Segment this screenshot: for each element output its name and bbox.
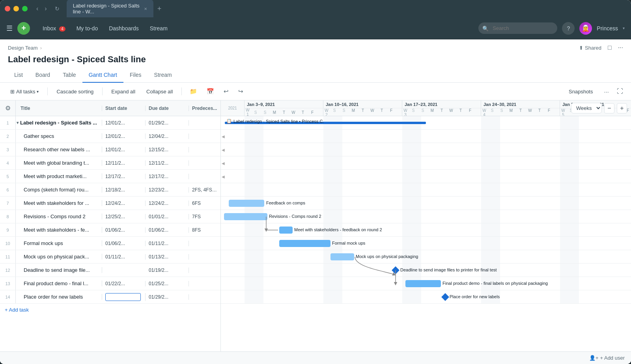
task-due[interactable]: 01/06/2... [146, 227, 189, 233]
zoom-out-button[interactable]: − [604, 103, 614, 113]
task-title[interactable]: Mock ups on physical pack... [16, 254, 102, 260]
gantt-bar[interactable] [279, 240, 330, 247]
gantt-bar[interactable] [224, 213, 267, 220]
shared-button[interactable]: ⬆ Shared [579, 45, 601, 51]
gantt-bar[interactable] [279, 227, 293, 234]
weeks-select[interactable]: Weeks [571, 103, 602, 113]
gantt-bar[interactable] [330, 253, 354, 260]
tab-stream[interactable]: Stream [148, 68, 178, 83]
undo-button[interactable]: ↩ [220, 86, 232, 97]
task-title[interactable]: Formal mock ups [16, 240, 102, 246]
add-task-button[interactable]: + Add task [5, 307, 29, 313]
fullscreen-button[interactable]: ⛶ [615, 86, 625, 97]
cascade-sorting-button[interactable]: Cascade sorting [52, 87, 97, 97]
hamburger-button[interactable]: ☰ [6, 24, 13, 33]
task-start[interactable]: 12/18/2... [102, 187, 146, 193]
task-title[interactable]: Research other new labels ... [16, 147, 102, 152]
day-label: S [497, 108, 506, 116]
back-button[interactable]: ‹ [34, 4, 41, 14]
task-title[interactable]: Meet with stakeholders - fe... [16, 227, 102, 233]
day-label: M [428, 108, 437, 116]
browser-tab-close[interactable]: ✕ [144, 7, 147, 11]
task-start[interactable] [102, 293, 146, 301]
task-start[interactable]: 12/24/2... [102, 201, 146, 206]
task-start[interactable]: 01/22/2... [102, 281, 146, 286]
row-number: 5 [0, 170, 16, 183]
inbox-badge: 4 [59, 26, 65, 32]
expand-icon[interactable]: ▾ [17, 121, 19, 125]
more-button[interactable]: ··· [618, 44, 623, 51]
browser-tab-active[interactable]: Label redesign - Spiced Salts line - W..… [67, 0, 153, 18]
gantt-bar[interactable] [229, 200, 264, 207]
task-due[interactable]: 01/25/2... [146, 281, 189, 286]
tab-table[interactable]: Table [56, 68, 82, 83]
inbox-nav-item[interactable]: Inbox 4 [38, 23, 70, 34]
task-start[interactable]: 01/11/2... [102, 254, 146, 260]
task-start[interactable]: 12/01/2... [102, 134, 146, 139]
expand-all-button[interactable]: Expand all [107, 87, 139, 97]
app-logo-button[interactable]: + [17, 22, 30, 35]
task-title[interactable]: Final product demo - final l... [16, 280, 102, 286]
task-due[interactable]: 12/24/2... [146, 201, 189, 206]
task-due[interactable]: 01/13/2... [146, 254, 189, 260]
task-due[interactable]: 12/17/2... [146, 174, 189, 179]
dashboards-nav-item[interactable]: Dashboards [104, 23, 144, 34]
help-button[interactable]: ? [562, 22, 575, 35]
redo-button[interactable]: ↪ [235, 86, 246, 97]
task-title[interactable]: ▾ Label redesign - Spiced Salts ... [16, 120, 102, 126]
task-title[interactable]: Meet with product marketi... [16, 173, 102, 179]
user-name[interactable]: Princess [597, 25, 618, 32]
task-title[interactable]: Place order for new labels [16, 294, 102, 300]
settings-col-header[interactable]: ⚙ [0, 100, 16, 116]
task-due[interactable]: 12/23/2... [146, 187, 189, 193]
stream-nav-item[interactable]: Stream [145, 23, 172, 34]
action-bar-right: Snapshots ··· ⛶ [564, 86, 625, 97]
close-button[interactable] [5, 6, 10, 11]
task-title[interactable]: Deadline to send image file... [16, 267, 102, 273]
task-start[interactable]: 12/25/2... [102, 214, 146, 219]
breadcrumb-parent[interactable]: Design Team [8, 45, 38, 51]
minimize-button[interactable] [13, 6, 19, 11]
task-title[interactable]: Gather specs [16, 133, 102, 139]
add-user-button[interactable]: 👤+ + Add user [589, 355, 625, 361]
task-start[interactable]: 12/01/2... [102, 147, 146, 152]
filter-button[interactable]: ⊞ All tasks ▾ [6, 87, 43, 97]
more-options-button[interactable]: ··· [601, 86, 612, 97]
task-due[interactable]: 01/01/2... [146, 214, 189, 219]
task-due[interactable]: 12/04/2... [146, 134, 189, 139]
refresh-button[interactable]: ↻ [52, 4, 62, 13]
task-due[interactable]: 12/11/2... [146, 160, 189, 166]
task-title[interactable]: Comps (sketch format) rou... [16, 187, 102, 193]
zoom-in-button[interactable]: + [617, 103, 627, 113]
new-tab-button[interactable]: + [154, 3, 165, 15]
tab-board[interactable]: Board [29, 68, 56, 83]
tab-gantt[interactable]: Gantt Chart [82, 68, 123, 83]
save-icon-button[interactable]: □ [608, 44, 612, 51]
task-due[interactable]: 01/29/2... [146, 294, 189, 300]
task-start[interactable]: 01/06/2... [102, 227, 146, 233]
task-start[interactable]: 12/01/2... [102, 120, 146, 126]
gantt-bar[interactable] [405, 280, 441, 287]
task-title[interactable]: Meet with stakeholders for ... [16, 200, 102, 206]
task-start[interactable]: 12/17/2... [102, 174, 146, 179]
forward-button[interactable]: › [42, 4, 49, 14]
tab-list[interactable]: List [8, 68, 29, 83]
snapshots-button[interactable]: Snapshots [564, 87, 597, 97]
task-start[interactable]: 12/11/2... [102, 160, 146, 166]
collapse-all-button[interactable]: Collapse all [142, 87, 177, 97]
calendar-icon-button[interactable]: 📅 [203, 86, 217, 97]
task-due[interactable]: 12/15/2... [146, 147, 189, 152]
mytodo-nav-item[interactable]: My to-do [72, 23, 103, 34]
search-input[interactable] [478, 22, 557, 34]
folder-icon-button[interactable]: 📁 [187, 86, 200, 97]
task-due[interactable]: 01/29/2... [146, 120, 189, 126]
maximize-button[interactable] [22, 6, 28, 11]
task-start[interactable]: 01/06/2... [102, 241, 146, 246]
tab-files[interactable]: Files [123, 68, 148, 83]
avatar[interactable]: 🧝 [579, 22, 592, 35]
start-date-input[interactable] [105, 293, 141, 301]
task-title[interactable]: Revisions - Comps round 2 [16, 214, 102, 219]
task-due[interactable]: 01/11/2... [146, 241, 189, 246]
task-due[interactable]: 01/19/2... [146, 267, 189, 273]
task-title[interactable]: Meet with global branding t... [16, 160, 102, 166]
